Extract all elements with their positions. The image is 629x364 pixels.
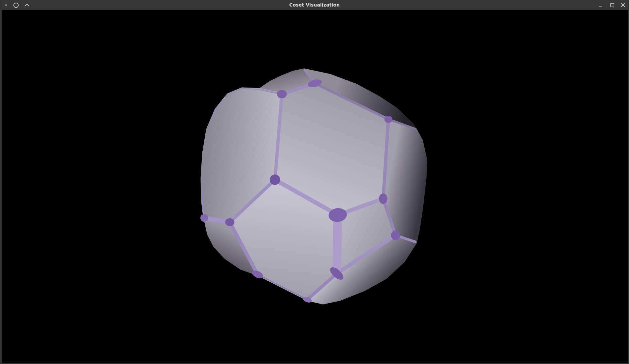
dot-icon	[3, 0, 8, 10]
vertex-rightlow	[391, 230, 400, 240]
vertex-leftmost	[200, 214, 208, 222]
vertex-midleft	[270, 174, 280, 185]
chevron-up-icon[interactable]	[23, 0, 31, 10]
circle-icon[interactable]	[12, 0, 20, 10]
vertex-topleft	[277, 90, 287, 98]
minimize-button[interactable]	[598, 0, 604, 10]
close-button[interactable]	[620, 0, 626, 10]
vertex-rightmid	[379, 193, 387, 204]
edge-front-bottomcenter	[337, 215, 338, 273]
window-title: Coset Visualization	[0, 0, 629, 10]
maximize-button[interactable]	[609, 0, 615, 10]
app-window: Coset Visualization	[0, 0, 629, 364]
titlebar[interactable]: Coset Visualization	[0, 0, 629, 10]
viewport-3d[interactable]	[0, 0, 629, 364]
vertex-rightup	[384, 116, 392, 123]
vertex-left	[225, 218, 234, 226]
